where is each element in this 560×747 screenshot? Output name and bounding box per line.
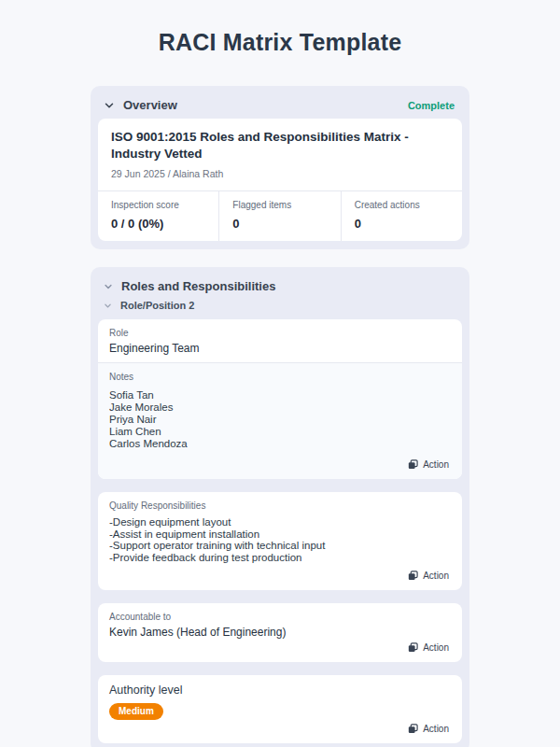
stat-created-actions: Created actions 0 xyxy=(341,191,462,241)
stat-flagged-items: Flagged items 0 xyxy=(218,191,340,241)
action-label: Action xyxy=(423,724,449,734)
stat-value: 0 xyxy=(355,217,449,231)
inspection-meta: 29 Jun 2025 / Alaina Rath xyxy=(111,168,449,179)
overview-card: ISO 9001:2015 Roles and Responsibilities… xyxy=(98,119,462,241)
create-action-icon xyxy=(408,571,418,581)
role-position-title: Role/Position 2 xyxy=(120,300,194,311)
create-action-icon xyxy=(408,724,418,734)
inspection-title: ISO 9001:2015 Roles and Responsibilities… xyxy=(111,129,449,162)
stat-value: 0 xyxy=(232,217,327,231)
stat-label: Flagged items xyxy=(232,200,327,210)
note-line: Priya Nair xyxy=(109,414,451,426)
authority-badge: Medium xyxy=(109,703,163,720)
action-label: Action xyxy=(423,459,449,470)
quality-line: -Provide feedback during test production xyxy=(109,552,451,564)
page-title: RACI Matrix Template xyxy=(0,29,560,56)
roles-section: Roles and Responsibilities Role/Position… xyxy=(91,267,469,747)
role-value: Engineering Team xyxy=(109,342,451,355)
authority-card: Authority level Medium Action xyxy=(98,675,462,743)
quality-line: -Assist in equipment installation xyxy=(109,529,451,541)
quality-line: -Design equipment layout xyxy=(109,516,451,529)
role-card: Role Engineering Team Notes Sofia Tan Ja… xyxy=(98,319,462,479)
accountable-card: Accountable to Kevin James (Head of Engi… xyxy=(98,603,462,662)
create-action-icon xyxy=(408,642,418,653)
chevron-down-icon xyxy=(100,282,113,291)
note-line: Liam Chen xyxy=(109,426,451,438)
authority-label: Authority level xyxy=(109,684,451,697)
role-label: Role xyxy=(109,328,451,338)
chevron-down-icon xyxy=(100,100,115,111)
overview-section: Overview Complete ISO 9001:2015 Roles an… xyxy=(91,86,469,249)
note-line: Carlos Mendoza xyxy=(109,438,451,450)
overview-section-header[interactable]: Overview Complete xyxy=(98,92,462,119)
overview-section-title: Overview xyxy=(123,98,177,112)
notes-label: Notes xyxy=(109,372,451,382)
stat-label: Inspection score xyxy=(111,200,205,210)
quality-responsibilities-card: Quality Responsibilities -Design equipme… xyxy=(98,492,462,590)
action-button[interactable]: Action xyxy=(406,569,451,583)
action-button[interactable]: Action xyxy=(406,722,451,736)
stat-label: Created actions xyxy=(355,200,449,210)
chevron-down-icon xyxy=(100,302,112,310)
roles-section-header[interactable]: Roles and Responsibilities xyxy=(98,273,462,298)
role-position-header[interactable]: Role/Position 2 xyxy=(98,298,462,319)
stat-value: 0 / 0 (0%) xyxy=(111,217,205,231)
note-line: Jake Morales xyxy=(109,402,451,414)
accountable-value: Kevin James (Head of Engineering) xyxy=(109,626,451,639)
action-button[interactable]: Action xyxy=(406,641,451,655)
stat-inspection-score: Inspection score 0 / 0 (0%) xyxy=(98,191,218,241)
quality-line: -Support operator training with technica… xyxy=(109,540,451,552)
note-line: Sofia Tan xyxy=(109,389,451,402)
action-label: Action xyxy=(423,642,449,653)
accountable-label: Accountable to xyxy=(109,612,451,622)
quality-label: Quality Responsibilities xyxy=(109,500,451,511)
status-badge: Complete xyxy=(408,100,455,111)
roles-section-title: Roles and Responsibilities xyxy=(121,279,275,293)
create-action-icon xyxy=(408,459,418,470)
action-button[interactable]: Action xyxy=(406,458,451,472)
stats-row: Inspection score 0 / 0 (0%) Flagged item… xyxy=(98,190,462,241)
action-label: Action xyxy=(423,571,449,581)
